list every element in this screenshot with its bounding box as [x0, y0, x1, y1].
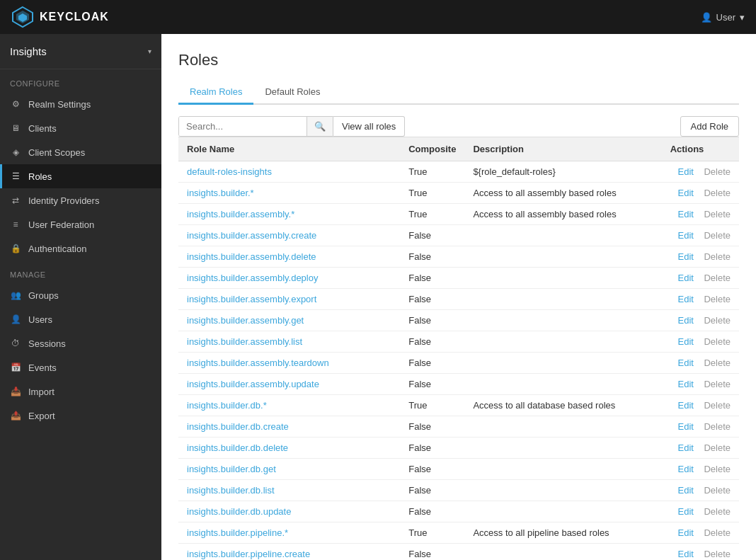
edit-link[interactable]: Edit	[678, 442, 694, 453]
roles-icon: ☰	[10, 171, 21, 182]
edit-link[interactable]: Edit	[678, 527, 694, 538]
cell-description: Access to all database based roles	[464, 395, 661, 416]
cell-description	[464, 480, 661, 501]
edit-link[interactable]: Edit	[678, 464, 694, 474]
delete-link[interactable]: Delete	[704, 506, 731, 517]
delete-link[interactable]: Delete	[704, 251, 731, 262]
table-row: insights.builder.assembly.delete False E…	[178, 246, 739, 268]
delete-link[interactable]: Delete	[704, 464, 731, 474]
edit-link[interactable]: Edit	[678, 188, 694, 198]
toolbar-left: 🔍 View all roles	[178, 116, 405, 137]
role-name-link[interactable]: insights.builder.db.update	[187, 506, 291, 517]
edit-link[interactable]: Edit	[678, 506, 694, 517]
role-name-link[interactable]: default-roles-insights	[187, 166, 272, 177]
sidebar-item-client-scopes[interactable]: ◈ Client Scopes	[0, 140, 161, 164]
edit-link[interactable]: Edit	[678, 251, 694, 262]
cell-role-name: insights.builder.db.list	[178, 480, 400, 501]
delete-link[interactable]: Delete	[704, 336, 731, 347]
role-name-link[interactable]: insights.builder.assembly.get	[187, 315, 304, 326]
edit-link[interactable]: Edit	[678, 336, 694, 347]
delete-link[interactable]: Delete	[704, 549, 731, 559]
role-name-link[interactable]: insights.builder.db.*	[187, 400, 267, 411]
role-name-link[interactable]: insights.builder.assembly.delete	[187, 251, 316, 262]
delete-link[interactable]: Delete	[704, 315, 731, 326]
sidebar-item-user-federation[interactable]: ≡ User Federation	[0, 212, 161, 236]
view-all-roles-button[interactable]: View all roles	[333, 116, 405, 137]
user-menu[interactable]: 👤 User ▾	[701, 12, 745, 23]
add-role-button[interactable]: Add Role	[680, 116, 739, 137]
sidebar-item-events[interactable]: 📅 Events	[0, 355, 161, 379]
table-row: insights.builder.assembly.get False Edit…	[178, 310, 739, 331]
cell-actions: Edit Delete	[662, 161, 739, 183]
realm-selector[interactable]: Insights ▾	[0, 34, 161, 69]
role-name-link[interactable]: insights.builder.assembly.list	[187, 336, 302, 347]
content-area: Roles Realm Roles Default Roles 🔍 View a…	[161, 34, 756, 560]
delete-link[interactable]: Delete	[704, 273, 731, 283]
sidebar-item-sessions[interactable]: ⏱ Sessions	[0, 331, 161, 355]
cell-composite: False	[400, 268, 464, 289]
tab-realm-roles[interactable]: Realm Roles	[178, 81, 253, 105]
edit-link[interactable]: Edit	[678, 273, 694, 283]
delete-link[interactable]: Delete	[704, 421, 731, 432]
role-name-link[interactable]: insights.builder.assembly.deploy	[187, 273, 318, 283]
role-name-link[interactable]: insights.builder.assembly.create	[187, 230, 316, 241]
sidebar-item-clients[interactable]: 🖥 Clients	[0, 116, 161, 140]
toolbar: 🔍 View all roles Add Role	[178, 116, 739, 137]
table-row: insights.builder.db.create False Edit De…	[178, 416, 739, 438]
delete-link[interactable]: Delete	[704, 442, 731, 453]
delete-link[interactable]: Delete	[704, 358, 731, 368]
delete-link[interactable]: Delete	[704, 230, 731, 241]
role-name-link[interactable]: insights.builder.db.get	[187, 464, 276, 474]
export-icon: 📤	[10, 410, 21, 421]
search-input[interactable]	[179, 117, 307, 136]
edit-link[interactable]: Edit	[678, 294, 694, 304]
delete-link[interactable]: Delete	[704, 400, 731, 411]
sidebar-item-realm-settings[interactable]: ⚙ Realm Settings	[0, 92, 161, 116]
sidebar-item-groups[interactable]: 👥 Groups	[0, 283, 161, 307]
sidebar-item-roles[interactable]: ☰ Roles	[0, 164, 161, 188]
edit-link[interactable]: Edit	[678, 549, 694, 559]
role-name-link[interactable]: insights.builder.assembly.*	[187, 209, 294, 219]
edit-link[interactable]: Edit	[678, 400, 694, 411]
edit-link[interactable]: Edit	[678, 358, 694, 368]
edit-link[interactable]: Edit	[678, 379, 694, 389]
table-row: insights.builder.db.delete False Edit De…	[178, 438, 739, 459]
cell-description	[464, 268, 661, 289]
cell-actions: Edit Delete	[662, 331, 739, 353]
edit-link[interactable]: Edit	[678, 485, 694, 496]
cell-actions: Edit Delete	[662, 395, 739, 416]
table-row: insights.builder.assembly.list False Edi…	[178, 331, 739, 353]
delete-link[interactable]: Delete	[704, 166, 731, 177]
edit-link[interactable]: Edit	[678, 230, 694, 241]
sidebar-item-users[interactable]: 👤 Users	[0, 307, 161, 331]
delete-link[interactable]: Delete	[704, 188, 731, 198]
sidebar-item-export[interactable]: 📤 Export	[0, 404, 161, 428]
role-name-link[interactable]: insights.builder.assembly.update	[187, 379, 319, 389]
edit-link[interactable]: Edit	[678, 166, 694, 177]
cell-actions: Edit Delete	[662, 522, 739, 544]
role-name-link[interactable]: insights.builder.db.delete	[187, 442, 288, 453]
navbar: KEYCLOAK 👤 User ▾	[0, 0, 756, 34]
edit-link[interactable]: Edit	[678, 421, 694, 432]
sidebar-item-identity-providers[interactable]: ⇄ Identity Providers	[0, 188, 161, 212]
edit-link[interactable]: Edit	[678, 315, 694, 326]
search-button[interactable]: 🔍	[307, 117, 333, 136]
role-name-link[interactable]: insights.builder.assembly.export	[187, 294, 316, 304]
role-name-link[interactable]: insights.builder.pipeline.create	[187, 549, 310, 559]
role-name-link[interactable]: insights.builder.pipeline.*	[187, 527, 288, 538]
role-name-link[interactable]: insights.builder.db.create	[187, 421, 289, 432]
table-row: insights.builder.db.* True Access to all…	[178, 395, 739, 416]
edit-link[interactable]: Edit	[678, 209, 694, 219]
tab-default-roles[interactable]: Default Roles	[253, 81, 331, 105]
role-name-link[interactable]: insights.builder.assembly.teardown	[187, 358, 329, 368]
delete-link[interactable]: Delete	[704, 485, 731, 496]
sidebar-item-import[interactable]: 📥 Import	[0, 379, 161, 404]
delete-link[interactable]: Delete	[704, 527, 731, 538]
role-name-link[interactable]: insights.builder.db.list	[187, 485, 275, 496]
delete-link[interactable]: Delete	[704, 379, 731, 389]
delete-link[interactable]: Delete	[704, 294, 731, 304]
role-name-link[interactable]: insights.builder.*	[187, 188, 254, 198]
delete-link[interactable]: Delete	[704, 209, 731, 219]
cell-role-name: insights.builder.*	[178, 183, 400, 204]
sidebar-item-authentication[interactable]: 🔒 Authentication	[0, 236, 161, 261]
